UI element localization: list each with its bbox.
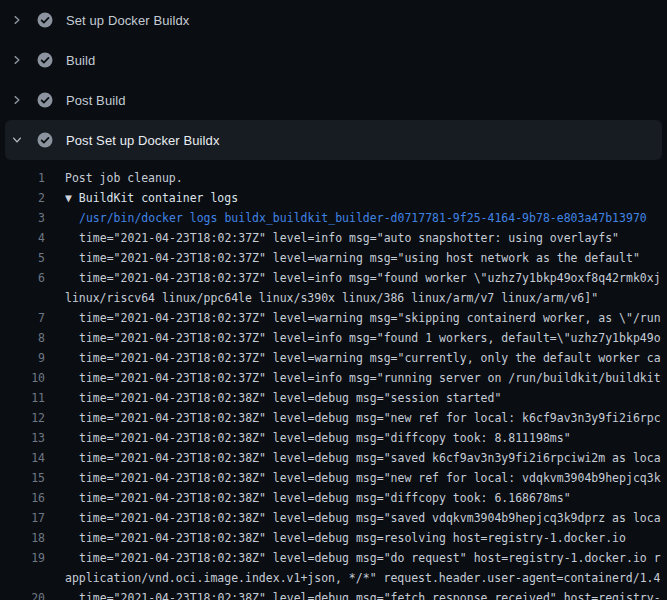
line-number[interactable]: 13 <box>0 428 45 448</box>
log-line-content: time="2021-04-23T18:02:38Z" level=debug … <box>79 388 501 408</box>
log-text: time="2021-04-23T18:02:37Z" level=info m… <box>79 331 661 345</box>
log-line: 7 time="2021-04-23T18:02:37Z" level=warn… <box>0 308 667 328</box>
log-line: 3 /usr/bin/docker logs buildx_buildkit_b… <box>0 208 667 228</box>
log-line: 15 time="2021-04-23T18:02:38Z" level=deb… <box>0 468 667 488</box>
log-line: 16 time="2021-04-23T18:02:38Z" level=deb… <box>0 488 667 508</box>
log-text: time="2021-04-23T18:02:38Z" level=debug … <box>79 471 661 485</box>
log-text: time="2021-04-23T18:02:38Z" level=debug … <box>79 591 661 600</box>
line-number[interactable] <box>0 288 45 308</box>
step-row-post-build[interactable]: Post Build <box>0 80 667 120</box>
chevron-down-icon <box>11 132 23 148</box>
line-number[interactable]: 10 <box>0 368 45 388</box>
log-line-content: ▼ BuildKit container logs <box>65 188 238 208</box>
log-text: Post job cleanup. <box>65 171 183 185</box>
line-number[interactable]: 5 <box>0 248 45 268</box>
line-number[interactable]: 17 <box>0 508 45 528</box>
check-circle-icon <box>37 12 53 28</box>
line-number[interactable]: 20 <box>0 588 45 600</box>
log-line: 13 time="2021-04-23T18:02:38Z" level=deb… <box>0 428 667 448</box>
log-panel: 1 Post job cleanup. 2 ▼ BuildKit contain… <box>0 160 667 600</box>
log-text: time="2021-04-23T18:02:37Z" level=info m… <box>79 231 619 245</box>
log-line-content: time="2021-04-23T18:02:37Z" level=info m… <box>79 368 661 388</box>
log-text: time="2021-04-23T18:02:38Z" level=debug … <box>79 411 661 425</box>
line-number[interactable]: 18 <box>0 528 45 548</box>
log-line-content: time="2021-04-23T18:02:38Z" level=debug … <box>79 548 661 568</box>
line-number[interactable]: 6 <box>0 268 45 288</box>
log-line-content: time="2021-04-23T18:02:37Z" level=info m… <box>79 328 661 348</box>
log-text: time="2021-04-23T18:02:38Z" level=debug … <box>79 551 661 565</box>
log-line: 2 ▼ BuildKit container logs <box>0 188 667 208</box>
log-line: 8 time="2021-04-23T18:02:37Z" level=info… <box>0 328 667 348</box>
line-number[interactable]: 16 <box>0 488 45 508</box>
log-text: time="2021-04-23T18:02:38Z" level=debug … <box>79 391 501 405</box>
line-number[interactable]: 3 <box>0 208 45 228</box>
log-line-content: time="2021-04-23T18:02:38Z" level=debug … <box>79 408 661 428</box>
line-number[interactable]: 14 <box>0 448 45 468</box>
collapse-triangle-icon[interactable]: ▼ <box>65 191 79 205</box>
log-line: 20 time="2021-04-23T18:02:38Z" level=deb… <box>0 588 667 600</box>
log-text: time="2021-04-23T18:02:37Z" level=info m… <box>79 271 661 285</box>
chevron-right-icon <box>11 92 23 108</box>
line-number[interactable]: 2 <box>0 188 45 208</box>
step-row-set-up-docker-buildx[interactable]: Set up Docker Buildx <box>0 0 667 40</box>
line-number[interactable]: 1 <box>0 168 45 188</box>
actions-log-viewer: Set up Docker Buildx Build Post Build <box>0 0 667 600</box>
step-label: Post Build <box>66 93 126 108</box>
log-text: time="2021-04-23T18:02:38Z" level=debug … <box>79 451 661 465</box>
step-label: Build <box>66 53 95 68</box>
chevron-right-icon <box>11 12 23 28</box>
log-line-content: Post job cleanup. <box>65 168 183 188</box>
log-text: time="2021-04-23T18:02:37Z" level=warnin… <box>79 311 661 325</box>
log-text: time="2021-04-23T18:02:38Z" level=debug … <box>79 491 571 505</box>
log-line: 5 time="2021-04-23T18:02:37Z" level=warn… <box>0 248 667 268</box>
log-text: BuildKit container logs <box>79 191 238 205</box>
steps-list: Set up Docker Buildx Build Post Build <box>0 0 667 160</box>
log-line-content: time="2021-04-23T18:02:37Z" level=info m… <box>79 268 661 288</box>
log-line: 18 time="2021-04-23T18:02:38Z" level=deb… <box>0 528 667 548</box>
check-circle-icon <box>37 92 53 108</box>
log-text: time="2021-04-23T18:02:37Z" level=warnin… <box>79 251 640 265</box>
chevron-right-icon <box>11 52 23 68</box>
log-line-content: time="2021-04-23T18:02:37Z" level=warnin… <box>79 308 661 328</box>
line-number[interactable]: 12 <box>0 408 45 428</box>
log-line-content: time="2021-04-23T18:02:38Z" level=debug … <box>79 588 661 600</box>
log-line-content: time="2021-04-23T18:02:38Z" level=debug … <box>79 448 661 468</box>
log-line-content: time="2021-04-23T18:02:37Z" level=info m… <box>79 228 619 248</box>
log-line-content: time="2021-04-23T18:02:38Z" level=debug … <box>79 528 626 548</box>
log-line: 1 Post job cleanup. <box>0 168 667 188</box>
log-text: application/vnd.oci.image.index.v1+json,… <box>65 571 660 585</box>
log-line-content: time="2021-04-23T18:02:38Z" level=debug … <box>79 468 661 488</box>
log-line: linux/riscv64 linux/ppc64le linux/s390x … <box>0 288 667 308</box>
line-number[interactable]: 15 <box>0 468 45 488</box>
log-line: 6 time="2021-04-23T18:02:37Z" level=info… <box>0 268 667 288</box>
check-circle-icon <box>37 132 53 148</box>
step-label: Set up Docker Buildx <box>66 13 189 28</box>
log-line-content: time="2021-04-23T18:02:38Z" level=debug … <box>79 508 661 528</box>
line-number[interactable] <box>0 568 45 588</box>
log-line: 14 time="2021-04-23T18:02:38Z" level=deb… <box>0 448 667 468</box>
log-line: 10 time="2021-04-23T18:02:37Z" level=inf… <box>0 368 667 388</box>
step-label: Post Set up Docker Buildx <box>66 133 220 148</box>
log-line: 12 time="2021-04-23T18:02:38Z" level=deb… <box>0 408 667 428</box>
log-line-content: application/vnd.oci.image.index.v1+json,… <box>65 568 660 588</box>
log-line: 11 time="2021-04-23T18:02:38Z" level=deb… <box>0 388 667 408</box>
log-text: time="2021-04-23T18:02:38Z" level=debug … <box>79 431 571 445</box>
line-number[interactable]: 4 <box>0 228 45 248</box>
check-circle-icon <box>37 52 53 68</box>
line-number[interactable]: 19 <box>0 548 45 568</box>
log-line-content: time="2021-04-23T18:02:37Z" level=warnin… <box>79 348 661 368</box>
line-number[interactable]: 9 <box>0 348 45 368</box>
log-text: time="2021-04-23T18:02:37Z" level=warnin… <box>79 351 661 365</box>
log-line: 9 time="2021-04-23T18:02:37Z" level=warn… <box>0 348 667 368</box>
step-row-post-set-up-docker-buildx[interactable]: Post Set up Docker Buildx <box>5 120 662 160</box>
log-line: 4 time="2021-04-23T18:02:37Z" level=info… <box>0 228 667 248</box>
log-line-content: /usr/bin/docker logs buildx_buildkit_bui… <box>79 208 647 228</box>
log-line: 19 time="2021-04-23T18:02:38Z" level=deb… <box>0 548 667 568</box>
log-line-content: time="2021-04-23T18:02:38Z" level=debug … <box>79 428 571 448</box>
line-number[interactable]: 8 <box>0 328 45 348</box>
step-row-build[interactable]: Build <box>0 40 667 80</box>
log-line-content: time="2021-04-23T18:02:38Z" level=debug … <box>79 488 571 508</box>
line-number[interactable]: 7 <box>0 308 45 328</box>
log-text: /usr/bin/docker logs buildx_buildkit_bui… <box>79 211 647 225</box>
line-number[interactable]: 11 <box>0 388 45 408</box>
